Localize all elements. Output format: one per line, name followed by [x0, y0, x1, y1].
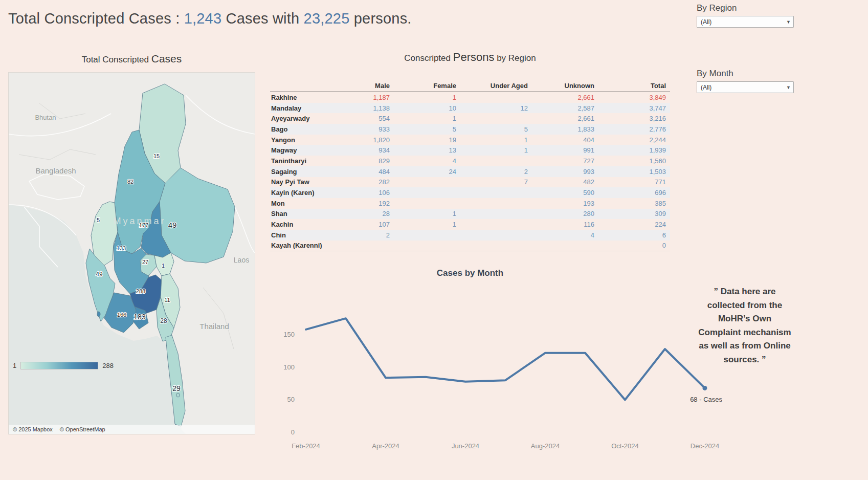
column-header-male[interactable]: Male	[358, 81, 394, 92]
cell-male: 934	[358, 145, 394, 156]
cell-male: 484	[358, 166, 394, 177]
cell-female	[394, 187, 460, 198]
cell-region: Shan	[270, 209, 358, 220]
title-mid: Cases with	[221, 10, 303, 27]
table-header-row: Male Female Under Aged Unknown Total	[270, 81, 670, 92]
total-cases-count: 1,243	[184, 10, 222, 27]
table-row[interactable]: Bago933551,8332,776	[270, 124, 670, 135]
cell-region: Bago	[270, 124, 358, 135]
table-row[interactable]: Chin246	[270, 230, 670, 241]
cell-under-aged	[460, 156, 532, 166]
y-axis-ticks: 050100150	[283, 331, 295, 436]
cell-male: 2	[358, 230, 394, 241]
cell-male: 554	[358, 113, 394, 124]
cell-unknown: 2,661	[532, 113, 598, 124]
country-label-bhutan: Bhutan	[35, 114, 56, 121]
filter-region-dropdown[interactable]: (All) ▼	[697, 16, 794, 28]
cell-female: 1	[394, 113, 460, 124]
map-title-small: Total Conscripted	[82, 55, 151, 64]
column-header-under-aged[interactable]: Under Aged	[460, 81, 532, 92]
cell-under-aged: 1	[460, 145, 532, 156]
table-title-big: Persons	[453, 51, 495, 63]
cell-male: 28	[358, 209, 394, 220]
region-value-yangon: 183	[133, 313, 146, 321]
table-row[interactable]: Kayah (Karenni)0	[270, 241, 670, 251]
country-label-bangladesh: Bangladesh	[35, 166, 76, 175]
column-header-total[interactable]: Total	[598, 81, 670, 92]
region-value-shan: 49	[168, 221, 177, 229]
cell-total: 3,747	[598, 103, 670, 114]
filter-month-dropdown[interactable]: (All) ▼	[697, 81, 794, 93]
map-attribution: © 2025 Mapbox © OpenStreetMap	[9, 425, 255, 434]
cell-total: 309	[598, 209, 670, 220]
region-value-tanintharyi: 29	[172, 384, 181, 392]
title-suffix: persons.	[350, 10, 412, 27]
filter-month-label: By Month	[697, 69, 733, 79]
table-row[interactable]: Tanintharyi82947271,560	[270, 156, 670, 166]
cell-unknown: 4	[532, 230, 598, 241]
osm-attribution-link[interactable]: © OpenStreetMap	[60, 426, 105, 432]
cell-region: Magway	[270, 145, 358, 156]
cell-under-aged	[460, 209, 532, 220]
filter-region-label: By Region	[697, 3, 737, 13]
chevron-down-icon[interactable]: ▼	[786, 19, 791, 25]
cell-region: Mon	[270, 198, 358, 209]
cell-region: Yangon	[270, 135, 358, 145]
cell-female	[394, 230, 460, 241]
region-value-kayah: 1	[162, 263, 165, 269]
table-row[interactable]: Sagaing4842429931,503	[270, 166, 670, 177]
filter-region-value: (All)	[701, 18, 711, 26]
table-row[interactable]: Nay Pyi Taw2827482771	[270, 177, 670, 188]
region-value-kachin: 15	[153, 153, 160, 159]
cell-unknown: 193	[532, 198, 598, 209]
y-tick-label: 150	[283, 331, 295, 338]
region-value-magway: 133	[117, 245, 126, 251]
map-islet	[97, 312, 100, 317]
page-title: Total Conscripted Cases : 1,243 Cases wi…	[8, 10, 412, 27]
cell-female	[394, 241, 460, 251]
filter-month-value: (All)	[701, 84, 711, 91]
cell-unknown: 993	[532, 166, 598, 177]
last-point-marker[interactable]	[703, 386, 707, 390]
y-tick-label: 100	[283, 363, 295, 371]
myanmar-map: Bhutan Bangladesh Laos Thailand Myanmar …	[8, 72, 255, 434]
cell-male: 1,820	[358, 135, 394, 145]
column-header-unknown[interactable]: Unknown	[532, 81, 598, 92]
column-header-female[interactable]: Female	[394, 81, 460, 92]
cases-line-series[interactable]	[306, 318, 705, 400]
cell-region: Rakhine	[270, 92, 358, 103]
chevron-down-icon[interactable]: ▼	[786, 85, 791, 90]
total-persons-count: 23,225	[304, 10, 350, 27]
table-row[interactable]: Ayeyarwady55412,6613,216	[270, 113, 670, 124]
table-row[interactable]: Magway9341319911,939	[270, 145, 670, 156]
cell-region: Kayah (Karenni)	[270, 241, 358, 251]
table-row[interactable]: Kachin1071116224	[270, 219, 670, 230]
country-label-laos: Laos	[234, 256, 249, 264]
region-value-bago: 288	[136, 288, 145, 294]
cell-unknown: 2,587	[532, 103, 598, 114]
cell-region: Mandalay	[270, 103, 358, 114]
table-row[interactable]: Shan281280309	[270, 209, 670, 220]
table-row[interactable]: Mandalay1,13810122,5873,747	[270, 103, 670, 114]
table-row[interactable]: Mon192193385	[270, 198, 670, 209]
table-row[interactable]: Yangon1,8201914042,244	[270, 135, 670, 145]
mapbox-attribution-link[interactable]: © 2025 Mapbox	[13, 426, 53, 432]
table-row[interactable]: Rakhine1,18712,6613,849	[270, 92, 670, 103]
cell-total: 771	[598, 177, 670, 188]
map-islet	[176, 393, 180, 397]
cell-total: 1,939	[598, 145, 670, 156]
region-value-naypyitaw: 27	[142, 259, 148, 265]
table-title-small-1: Conscripted	[404, 53, 453, 63]
cell-region: Sagaing	[270, 166, 358, 177]
cell-region: Kachin	[270, 219, 358, 230]
title-prefix: Total Conscripted Cases :	[8, 10, 184, 27]
cell-female: 1	[394, 209, 460, 220]
cell-unknown: 991	[532, 145, 598, 156]
cell-female: 1	[394, 92, 460, 103]
table-row[interactable]: Kayin (Karen)106590696	[270, 187, 670, 198]
cell-total: 696	[598, 187, 670, 198]
cell-total: 0	[598, 241, 670, 251]
region-value-sagaing: 82	[127, 179, 133, 185]
cell-female	[394, 177, 460, 188]
cell-male: 1,138	[358, 103, 394, 114]
